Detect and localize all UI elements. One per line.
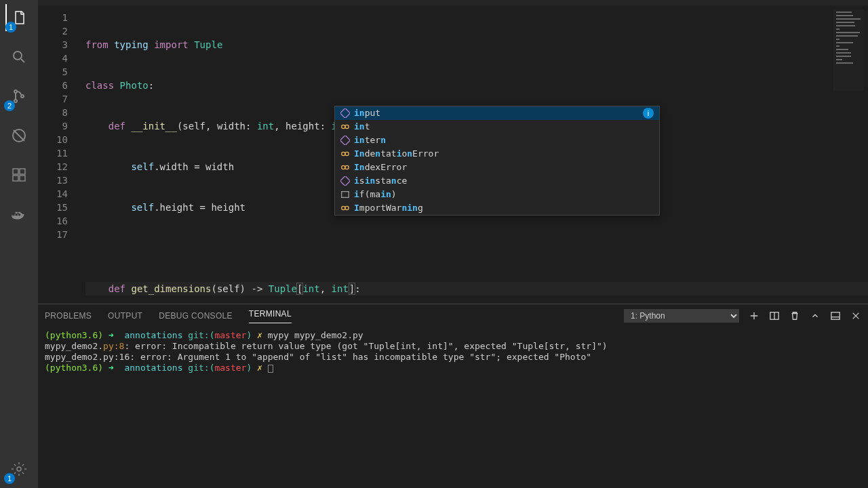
terminal-cursor — [268, 365, 273, 373]
code-content[interactable]: from typing import Tuple class Photo: de… — [80, 5, 868, 304]
gear-badge: 1 — [4, 473, 15, 484]
svg-point-20 — [342, 206, 345, 209]
debug-icon[interactable] — [5, 122, 33, 149]
suggestion-item[interactable]: IndexError — [335, 161, 659, 174]
svg-point-16 — [342, 165, 345, 169]
settings-gear-icon[interactable]: 1 — [5, 455, 33, 483]
svg-point-15 — [345, 152, 349, 155]
bottom-panel: PROBLEMS OUTPUT DEBUG CONSOLE TERMINAL 1… — [38, 304, 868, 488]
scm-icon[interactable]: 2 — [5, 83, 33, 110]
editor-tabstrip — [38, 0, 868, 5]
suggestion-item[interactable]: int — [335, 120, 659, 134]
svg-point-9 — [17, 467, 21, 471]
line-number-gutter: 1234567891011121314151617 — [38, 5, 80, 304]
suggestion-item[interactable]: IndentationError — [335, 147, 659, 161]
search-icon[interactable] — [5, 43, 33, 70]
suggestion-item[interactable]: intern — [335, 134, 659, 147]
main-area: 1234567891011121314151617 from typing im… — [38, 0, 868, 488]
svg-point-3 — [21, 95, 24, 98]
svg-rect-8 — [20, 176, 25, 181]
suggestion-item[interactable]: if(main) — [335, 188, 659, 201]
suggestion-item[interactable]: isinstance — [335, 174, 659, 188]
tab-debug-console[interactable]: DEBUG CONSOLE — [159, 311, 233, 321]
svg-rect-13 — [340, 136, 350, 145]
svg-rect-5 — [13, 169, 18, 174]
svg-point-11 — [342, 125, 345, 128]
tab-problems[interactable]: PROBLEMS — [45, 311, 92, 321]
svg-rect-6 — [20, 169, 25, 174]
info-icon[interactable]: i — [643, 108, 654, 119]
docker-icon[interactable] — [5, 201, 33, 228]
minimap[interactable] — [833, 9, 864, 91]
explorer-badge: 1 — [5, 22, 16, 33]
svg-point-2 — [14, 100, 17, 102]
terminal-selector[interactable]: 1: Python — [624, 309, 739, 323]
svg-point-1 — [14, 90, 17, 93]
tab-terminal[interactable]: TERMINAL — [249, 309, 292, 323]
terminal-output[interactable]: (python3.6) ➜ annotations git:(master) ✗… — [38, 327, 868, 488]
svg-point-12 — [345, 125, 349, 128]
svg-point-21 — [345, 206, 349, 209]
svg-rect-10 — [340, 108, 350, 118]
svg-rect-23 — [831, 312, 840, 320]
svg-point-17 — [345, 165, 349, 169]
svg-rect-18 — [340, 176, 350, 186]
suggestion-item[interactable]: ImportWarning — [335, 201, 659, 215]
toggle-panel-icon[interactable] — [830, 310, 841, 321]
maximize-panel-icon[interactable] — [810, 310, 821, 321]
kill-terminal-icon[interactable] — [789, 310, 800, 321]
intellisense-popup: inputiintinternIndentationErrorIndexErro… — [334, 106, 660, 216]
activity-bar: 1 2 1 — [0, 0, 38, 488]
svg-rect-19 — [342, 192, 349, 198]
svg-rect-7 — [13, 176, 18, 181]
suggestion-item[interactable]: inputi — [335, 106, 659, 120]
panel-tabs: PROBLEMS OUTPUT DEBUG CONSOLE TERMINAL 1… — [38, 304, 868, 327]
svg-point-0 — [14, 52, 22, 60]
code-editor[interactable]: 1234567891011121314151617 from typing im… — [38, 5, 868, 304]
explorer-icon[interactable]: 1 — [5, 4, 33, 31]
split-terminal-icon[interactable] — [769, 310, 780, 321]
svg-point-14 — [342, 152, 345, 155]
extensions-icon[interactable] — [5, 161, 33, 188]
close-panel-icon[interactable] — [850, 310, 861, 321]
scm-badge: 2 — [4, 100, 15, 111]
tab-output[interactable]: OUTPUT — [108, 311, 142, 321]
new-terminal-icon[interactable] — [749, 310, 760, 321]
